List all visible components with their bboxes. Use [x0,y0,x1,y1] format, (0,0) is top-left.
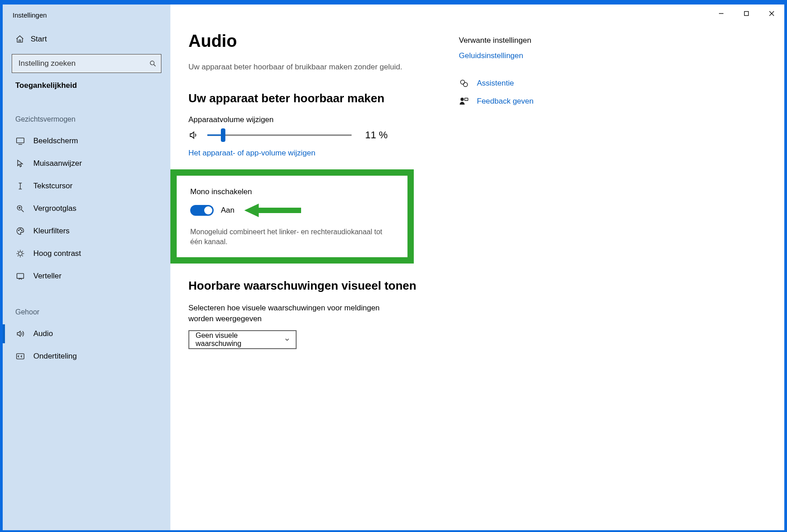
chevron-down-icon [284,336,290,343]
text-cursor-icon [15,181,25,191]
annotation-arrow-icon [243,203,302,218]
captions-icon [15,351,25,361]
svg-rect-6 [17,138,24,143]
svg-line-10 [22,210,24,212]
narrator-icon [15,271,25,281]
right-column: Verwante instellingen Geluidsinstellinge… [459,32,594,521]
svg-rect-32 [465,98,468,101]
monitor-icon [15,136,25,146]
svg-line-5 [154,64,156,66]
link-sound-settings[interactable]: Geluidsinstellingen [459,51,594,60]
sidebar-item-text-cursor[interactable]: Tekstcursor [12,175,161,197]
mono-toggle-state: Aan [221,206,234,215]
mono-toggle[interactable] [190,205,214,216]
cursor-icon [15,159,25,168]
settings-window: Instellingen Start [3,5,784,530]
sidebar-item-high-contrast[interactable]: Hoog contrast [12,242,161,265]
home-button[interactable]: Start [12,29,161,50]
svg-rect-1 [745,12,749,16]
sidebar-group-vision: Gezichtsvermogen [12,115,161,123]
link-feedback[interactable]: Feedback geven [459,96,594,106]
sidebar-item-color-filters[interactable]: Kleurfilters [12,220,161,242]
volume-icon [188,130,200,141]
volume-row: 11 % [188,129,441,141]
sidebar-item-label: Beeldscherm [33,136,78,146]
minimize-button[interactable] [709,5,734,23]
svg-rect-25 [17,273,24,278]
svg-point-30 [463,82,467,86]
svg-line-21 [18,251,18,252]
window-controls [709,5,784,23]
svg-point-13 [18,230,19,231]
svg-rect-26 [17,354,24,359]
main-content: Audio Uw apparaat beter hoorbaar of brui… [170,5,784,530]
link-app-volume[interactable]: Het apparaat- of app-volume wijzigen [188,149,316,158]
sidebar-item-label: Muisaanwijzer [33,159,82,168]
sidebar-item-magnifier[interactable]: Vergrootglas [12,197,161,220]
search-icon [149,60,156,67]
svg-point-16 [18,252,22,255]
sidebar: Start Toegankelijkheid Gezichtsvermogen … [3,5,170,530]
visual-warning-dropdown[interactable]: Geen visuele waarschuwing [188,330,297,349]
home-label: Start [31,35,47,44]
search-box[interactable] [12,54,161,73]
svg-point-4 [150,61,154,65]
sidebar-item-narrator[interactable]: Verteller [12,265,161,287]
sidebar-item-captions[interactable]: Ondertiteling [12,345,161,368]
sidebar-item-audio[interactable]: Audio [12,323,161,345]
svg-line-23 [18,255,18,256]
page-subtitle: Uw apparaat beter hoorbaar of bruikbaar … [188,63,441,72]
close-button[interactable] [759,5,784,23]
svg-marker-28 [244,204,259,217]
sidebar-item-label: Audio [33,329,53,338]
mono-description: Monogeluid combineert het linker- en rec… [190,227,389,247]
visual-description: Selecteren hoe visuele waarschuwingen vo… [188,303,396,324]
home-icon [15,35,24,44]
magnifier-icon [15,204,25,214]
window-title: Instellingen [3,9,47,19]
mono-label: Mono inschakelen [190,187,394,196]
titlebar: Instellingen [3,5,784,23]
mono-toggle-row: Aan [190,203,394,218]
search-input[interactable] [18,59,149,68]
sidebar-item-label: Verteller [33,272,61,281]
sidebar-group-hearing: Gehoor [12,308,161,316]
maximize-button[interactable] [734,5,759,23]
svg-line-24 [22,251,23,252]
page-title: Audio [188,32,441,51]
svg-line-22 [22,255,23,256]
related-settings-header: Verwante instellingen [459,36,594,45]
sidebar-item-label: Tekstcursor [33,182,73,191]
svg-point-14 [20,229,21,230]
contrast-icon [15,249,25,259]
volume-slider[interactable] [207,129,352,141]
sidebar-item-label: Vergrootglas [33,204,76,213]
mono-highlight-box: Mono inschakelen Aan Monogeluid combinee… [170,169,414,264]
volume-value: 11 % [365,129,388,141]
assistance-label: Assistentie [477,79,514,88]
sidebar-item-label: Ondertiteling [33,352,77,361]
palette-icon [15,226,25,236]
sidebar-item-mouse-pointer[interactable]: Muisaanwijzer [12,152,161,175]
help-icon [459,78,470,88]
sidebar-item-label: Kleurfilters [33,227,69,236]
link-assistance[interactable]: Assistentie [459,78,594,88]
sidebar-item-display[interactable]: Beeldscherm [12,130,161,152]
svg-point-15 [22,230,23,231]
speaker-icon [15,329,25,339]
feedback-icon [459,96,470,106]
svg-point-31 [461,98,464,101]
sidebar-item-label: Hoog contrast [33,249,81,258]
dropdown-value: Geen visuele waarschuwing [196,332,284,348]
section-hear-header: Uw apparaat beter hoorbaar maken [188,91,441,105]
sidebar-section-title: Toegankelijkheid [12,81,161,90]
section-visual-header: Hoorbare waarschuwingen visueel tonen [188,279,441,293]
volume-label: Apparaatvolume wijzigen [188,115,441,124]
feedback-label: Feedback geven [477,97,534,106]
